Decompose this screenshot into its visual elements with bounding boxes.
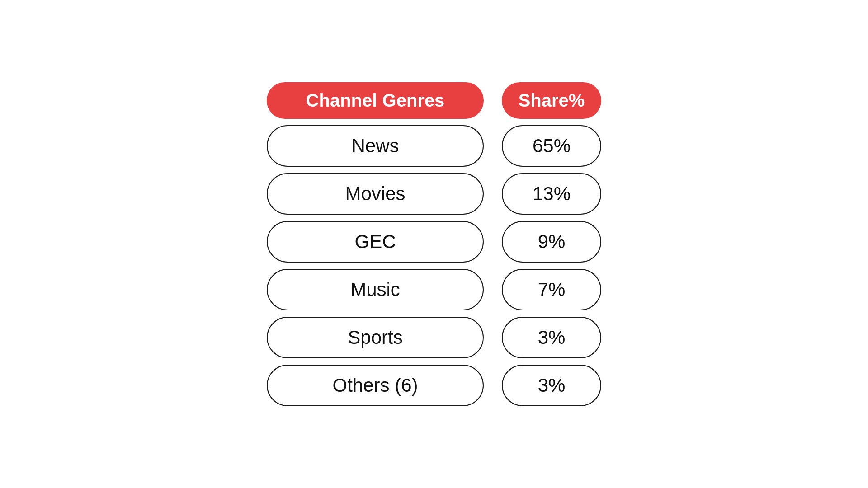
share-cell: 3% — [502, 365, 601, 406]
share-column: Share% 65%13%9%7%3%3% — [502, 82, 601, 406]
share-header: Share% — [502, 82, 601, 119]
share-cell: 7% — [502, 269, 601, 310]
share-cell: 9% — [502, 221, 601, 263]
genre-cell: Sports — [267, 317, 484, 358]
genre-header: Channel Genres — [267, 82, 484, 119]
data-table: Channel Genres NewsMoviesGECMusicSportsO… — [267, 82, 601, 406]
genre-cell: Movies — [267, 173, 484, 215]
genre-column: Channel Genres NewsMoviesGECMusicSportsO… — [267, 82, 484, 406]
share-cell: 65% — [502, 125, 601, 167]
share-cell: 3% — [502, 317, 601, 358]
genre-cell: News — [267, 125, 484, 167]
genre-cell: Music — [267, 269, 484, 310]
genre-cell: Others (6) — [267, 365, 484, 406]
share-cell: 13% — [502, 173, 601, 215]
genre-cell: GEC — [267, 221, 484, 263]
